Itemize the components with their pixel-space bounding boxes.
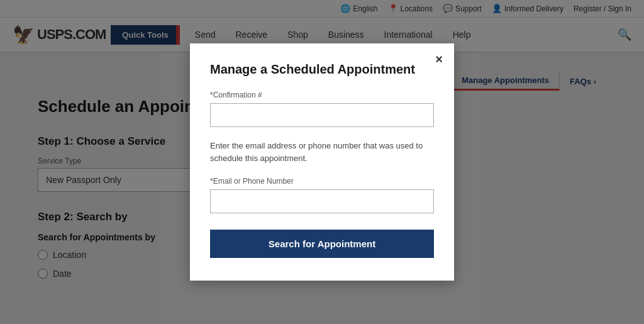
modal-title: Manage a Scheduled Appointment — [210, 62, 434, 77]
confirmation-label: *Confirmation # — [210, 91, 434, 99]
email-phone-input[interactable] — [210, 189, 434, 213]
modal-overlay[interactable]: × Manage a Scheduled Appointment *Confir… — [0, 0, 644, 324]
modal: × Manage a Scheduled Appointment *Confir… — [190, 43, 454, 281]
email-phone-label: *Email or Phone Number — [210, 177, 434, 186]
modal-description: Enter the email address or phone number … — [210, 140, 434, 164]
modal-close-button[interactable]: × — [435, 52, 443, 67]
search-appointment-button[interactable]: Search for Appointment — [210, 230, 434, 258]
confirmation-input[interactable] — [210, 103, 434, 127]
